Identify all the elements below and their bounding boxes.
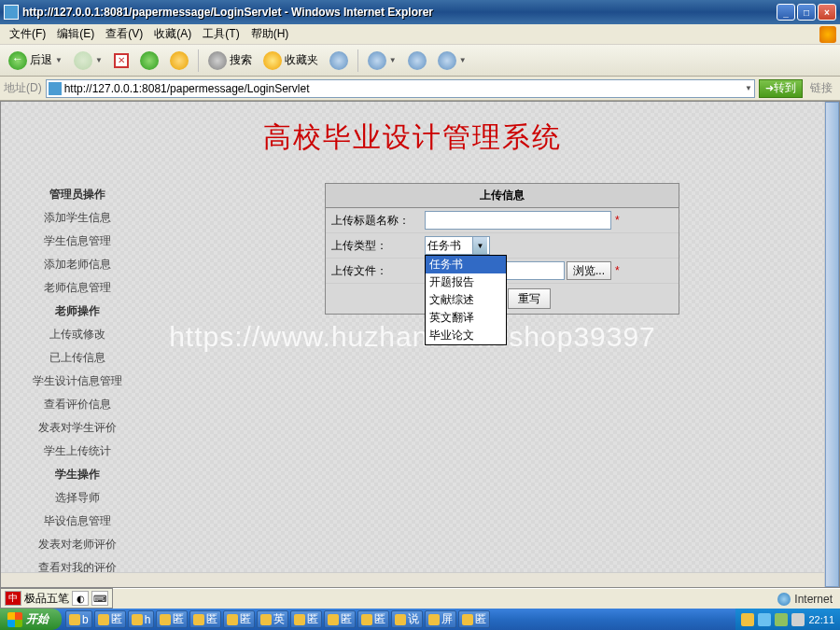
stop-button[interactable]: ✕ (109, 49, 133, 73)
sidebar-item[interactable]: 学生设计信息管理 (12, 370, 143, 393)
star-icon (263, 51, 282, 70)
go-button[interactable]: ➜ 转到 (759, 79, 803, 98)
reset-button[interactable]: 重写 (508, 288, 551, 309)
print-button[interactable] (403, 49, 431, 73)
system-tray[interactable]: 22:11 (735, 609, 840, 630)
sidebar-item[interactable]: 添加老师信息 (12, 253, 143, 276)
address-label: 地址(D) (4, 80, 42, 96)
taskbar-item[interactable]: 匿 (223, 610, 255, 628)
search-icon (208, 51, 227, 70)
search-button[interactable]: 搜索 (203, 49, 257, 73)
content-area: 高校毕业设计管理系统 管理员操作添加学生信息学生信息管理添加老师信息老师信息管理… (0, 101, 840, 588)
sidebar-item[interactable]: 发表对学生评价 (12, 416, 143, 440)
dropdown-option[interactable]: 文献综述 (426, 291, 506, 309)
history-icon (329, 51, 348, 70)
taskbar: 开始 b匿h匿匿匿英匿匿匿说屏匿 22:11 (0, 609, 840, 630)
minimize-button[interactable]: _ (777, 4, 795, 21)
separator (357, 49, 358, 72)
mail-button[interactable]: ▼ (363, 49, 401, 73)
forward-button[interactable]: ▼ (69, 49, 107, 73)
tray-icon[interactable] (791, 613, 805, 626)
address-input[interactable] (64, 82, 745, 95)
taskbar-item[interactable]: h (128, 610, 155, 628)
menu-tools[interactable]: 工具(T) (197, 26, 245, 42)
refresh-button[interactable] (135, 49, 163, 73)
address-input-wrapper[interactable]: ▼ (46, 79, 755, 98)
sidebar-item[interactable]: 添加学生信息 (12, 206, 143, 230)
dropdown-option[interactable]: 英文翻译 (426, 309, 506, 327)
taskbar-item[interactable]: 匿 (189, 610, 221, 628)
horizontal-scrollbar[interactable] (1, 572, 824, 587)
status-bar: Internet (0, 588, 840, 609)
sidebar-item[interactable]: 学生信息管理 (12, 230, 143, 253)
clock[interactable]: 22:11 (808, 614, 834, 625)
msn-icon[interactable] (819, 26, 836, 43)
vertical-scrollbar[interactable] (824, 102, 839, 587)
internet-zone-icon (777, 593, 791, 606)
history-button[interactable] (325, 49, 353, 73)
links-label[interactable]: 链接 (806, 80, 836, 96)
ime-bar[interactable]: 中 极品五笔 ◐ ⌨ (0, 588, 113, 609)
favorites-button[interactable]: 收藏夹 (259, 49, 323, 73)
taskbar-item[interactable]: 说 (391, 610, 423, 628)
chevron-down-icon[interactable]: ▼ (472, 237, 487, 254)
ime-keyboard-icon[interactable]: ⌨ (91, 591, 108, 606)
favicon (49, 82, 62, 95)
sidebar: 管理员操作添加学生信息学生信息管理添加老师信息老师信息管理老师操作上传或修改已上… (12, 183, 143, 588)
sidebar-item[interactable]: 老师信息管理 (12, 276, 143, 300)
tray-icon[interactable] (741, 613, 754, 626)
sidebar-group-header: 学生操作 (12, 463, 143, 486)
taskbar-item[interactable]: 匿 (94, 610, 126, 628)
close-button[interactable]: × (818, 4, 836, 21)
maximize-button[interactable]: □ (797, 4, 816, 21)
dropdown-option[interactable]: 毕业论文 (426, 327, 506, 344)
sidebar-item[interactable]: 学生上传统计 (12, 440, 143, 463)
menu-edit[interactable]: 编辑(E) (51, 26, 100, 42)
menu-bar: 文件(F) 编辑(E) 查看(V) 收藏(A) 工具(T) 帮助(H) (0, 24, 840, 45)
menu-help[interactable]: 帮助(H) (245, 26, 295, 42)
forward-icon (74, 51, 92, 70)
home-icon (170, 51, 189, 70)
type-dropdown[interactable]: 任务书开题报告文献综述英文翻译毕业论文 (425, 255, 507, 345)
home-button[interactable] (165, 49, 193, 73)
taskbar-item[interactable]: 匿 (357, 610, 389, 628)
chevron-down-icon[interactable]: ▼ (745, 84, 752, 92)
title-input[interactable] (425, 211, 611, 230)
start-button[interactable]: 开始 (0, 609, 62, 630)
ime-mode-icon[interactable]: ◐ (72, 591, 89, 606)
back-button[interactable]: 后退 ▼ (4, 49, 67, 73)
label-file: 上传文件： (331, 263, 425, 279)
form-title: 上传信息 (326, 184, 679, 208)
taskbar-item[interactable]: 匿 (290, 610, 322, 628)
dropdown-option[interactable]: 开题报告 (426, 273, 506, 291)
type-select[interactable]: 任务书 ▼ 任务书开题报告文献综述英文翻译毕业论文 (425, 236, 490, 255)
tray-icon[interactable] (758, 613, 771, 626)
taskbar-item[interactable]: 匿 (458, 610, 490, 628)
browse-button[interactable]: 浏览... (567, 261, 611, 280)
label-title: 上传标题名称： (331, 213, 425, 229)
ime-name: 极品五笔 (24, 591, 69, 607)
ime-cn-indicator[interactable]: 中 (5, 591, 21, 606)
menu-file[interactable]: 文件(F) (4, 26, 51, 42)
sidebar-item[interactable]: 查看评价信息 (12, 393, 143, 416)
edit-button[interactable]: ▼ (433, 49, 471, 73)
menu-favorites[interactable]: 收藏(A) (148, 26, 197, 42)
menu-view[interactable]: 查看(V) (100, 26, 148, 42)
back-icon (8, 51, 27, 70)
dropdown-option[interactable]: 任务书 (426, 256, 506, 273)
type-selected-value: 任务书 (427, 238, 461, 254)
taskbar-item[interactable]: 屏 (425, 610, 456, 628)
taskbar-item[interactable]: 匿 (324, 610, 356, 628)
tray-icon[interactable] (775, 613, 788, 626)
taskbar-item[interactable]: 匿 (156, 610, 188, 628)
sidebar-item[interactable]: 已上传信息 (12, 346, 143, 370)
sidebar-item[interactable]: 发表对老师评价 (12, 533, 143, 556)
sidebar-item[interactable]: 上传或修改 (12, 323, 143, 346)
taskbar-item[interactable]: 英 (257, 610, 288, 628)
taskbar-item[interactable]: b (65, 610, 92, 628)
required-mark: * (615, 214, 620, 227)
upload-form: 上传信息 上传标题名称： * 上传类型： 任务书 ▼ 任务 (325, 183, 679, 315)
sidebar-item[interactable]: 毕设信息管理 (12, 510, 143, 533)
edit-icon (438, 51, 456, 70)
sidebar-item[interactable]: 选择导师 (12, 486, 143, 510)
